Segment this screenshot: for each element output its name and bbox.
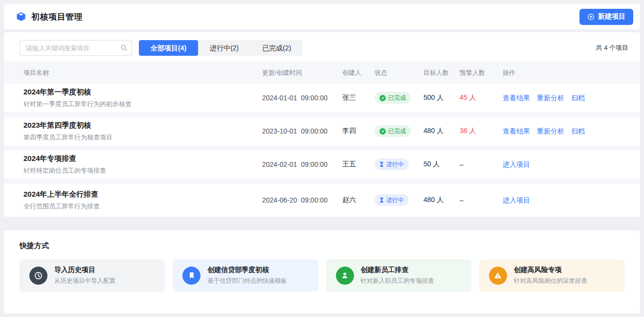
tab-completed[interactable]: 已完成(2)	[250, 40, 303, 56]
enter-project-link[interactable]: 进入项目	[503, 196, 530, 204]
status-label: 已完成	[388, 127, 406, 136]
actions-cell: 查看结果重新分析归档	[503, 93, 628, 103]
view-results-link[interactable]: 查看结果	[503, 127, 530, 135]
tab-in-progress[interactable]: 进行中(2)	[198, 40, 250, 56]
target-count: 480 人	[423, 196, 460, 204]
col-project-name: 项目名称	[23, 68, 262, 77]
project-name-cell: 2024年上半年全行排查 全行范围员工异常行为排查	[23, 190, 262, 211]
project-creator: 赵六	[342, 196, 375, 204]
project-desc: 第四季度员工异常行为核查项目	[23, 133, 262, 142]
search-box	[20, 40, 132, 56]
hourglass-icon	[379, 161, 384, 167]
enter-project-link[interactable]: 进入项目	[503, 160, 530, 168]
search-icon	[120, 44, 128, 53]
page: 初核项目管理 新建项目	[0, 0, 644, 317]
shortcut-title: 导入历史项目	[54, 266, 115, 274]
status-cell: 已完成	[375, 92, 423, 104]
project-time: 2024-06-20 09:00:00	[262, 196, 342, 204]
shortcut-text: 导入历史项目 从历史项目中导入配置	[54, 266, 115, 285]
project-creator: 李四	[342, 127, 375, 136]
shortcut-title: 创建新员工排查	[361, 266, 434, 274]
table-header-row: 项目名称 更新/创建时间 创建人 状态 目标人数 预警人数 操作	[4, 62, 640, 84]
project-name: 2024年上半年全行排查	[23, 190, 262, 199]
col-actions: 操作	[503, 68, 628, 77]
shortcuts-grid: 导入历史项目 从历史项目中导入配置 创建信贷部季度初核 基于信贷部门特点的快速模…	[20, 259, 624, 292]
shortcut-credit-dept-review[interactable]: 创建信贷部季度初核 基于信贷部门特点的快速模板	[173, 259, 318, 292]
person-icon	[336, 267, 354, 285]
clock-icon	[29, 267, 47, 285]
actions-cell: 进入项目	[503, 160, 628, 169]
col-time: 更新/创建时间	[262, 68, 342, 77]
warning-count: –	[460, 160, 503, 168]
status-cell: 已完成	[375, 125, 423, 137]
shortcut-desc: 针对高风险岗位的深度排查	[514, 277, 587, 285]
archive-link[interactable]: 归档	[571, 94, 585, 102]
status-label: 进行中	[386, 196, 404, 204]
status-badge: 进行中	[375, 158, 409, 170]
view-results-link[interactable]: 查看结果	[503, 94, 530, 102]
table-row: 2024年上半年全行排查 全行范围员工异常行为排查 2024-06-20 09:…	[4, 183, 640, 217]
total-count-text: 共 4 个项目	[596, 44, 628, 52]
actions-cell: 查看结果重新分析归档	[503, 127, 628, 136]
shortcut-title: 创建信贷部季度初核	[207, 266, 287, 274]
shortcut-desc: 从历史项目中导入配置	[54, 277, 115, 285]
filter-tabs: 全部项目(4) 进行中(2) 已完成(2)	[139, 40, 303, 56]
shortcuts-title: 快捷方式	[20, 241, 624, 250]
archive-link[interactable]: 归档	[571, 127, 585, 135]
col-creator: 创建人	[342, 68, 375, 77]
project-list-card: 全部项目(4) 进行中(2) 已完成(2) 共 4 个项目 项目名称 更新/创建…	[4, 32, 640, 217]
table-row: 2024年第一季度初核 针对第一季度员工异常行为的初步核查 2024-01-01…	[4, 84, 640, 117]
bookmark-icon	[182, 267, 200, 285]
project-creator: 张三	[342, 93, 375, 102]
shortcut-text: 创建信贷部季度初核 基于信贷部门特点的快速模板	[207, 266, 287, 285]
warning-count: –	[460, 196, 503, 204]
top-header-bar: 初核项目管理 新建项目	[4, 4, 640, 29]
table-row: 2024年专项排查 针对特定岗位员工的专项排查 2024-02-01 09:00…	[4, 150, 640, 183]
target-count: 50 人	[423, 160, 460, 169]
project-desc: 全行范围员工异常行为排查	[23, 202, 262, 211]
shortcut-new-employee-screening[interactable]: 创建新员工排查 针对新入职员工的专项排查	[326, 259, 471, 292]
new-project-button[interactable]: 新建项目	[579, 9, 633, 25]
reanalyze-link[interactable]: 重新分析	[537, 127, 564, 135]
project-creator: 王五	[342, 160, 375, 169]
status-label: 进行中	[386, 160, 404, 169]
shortcut-text: 创建新员工排查 针对新入职员工的专项排查	[361, 266, 434, 285]
project-desc: 针对特定岗位员工的专项排查	[23, 166, 262, 175]
toolbar: 全部项目(4) 进行中(2) 已完成(2) 共 4 个项目	[4, 38, 640, 62]
project-name: 2024年第一季度初核	[23, 88, 262, 97]
shortcut-text: 创建高风险专项 针对高风险岗位的深度排查	[514, 266, 587, 285]
warning-icon	[489, 267, 507, 285]
page-title: 初核项目管理	[31, 11, 83, 23]
project-desc: 针对第一季度员工异常行为的初步核查	[23, 100, 262, 109]
shortcut-title: 创建高风险专项	[514, 266, 587, 274]
project-name-cell: 2024年专项排查 针对特定岗位员工的专项排查	[23, 154, 262, 175]
actions-cell: 进入项目	[503, 196, 628, 205]
shortcut-import-history[interactable]: 导入历史项目 从历史项目中导入配置	[20, 259, 165, 292]
reanalyze-link[interactable]: 重新分析	[537, 94, 564, 102]
status-cell: 进行中	[375, 158, 423, 170]
tab-all-projects[interactable]: 全部项目(4)	[139, 40, 198, 56]
status-badge: 已完成	[375, 125, 411, 137]
check-icon	[379, 95, 386, 101]
plus-circle-icon	[587, 13, 595, 21]
search-input[interactable]	[20, 40, 132, 56]
warning-count: 45 人	[460, 93, 503, 102]
project-time: 2024-02-01 09:00:00	[262, 160, 342, 168]
check-icon	[379, 128, 386, 135]
shortcut-high-risk-special[interactable]: 创建高风险专项 针对高风险岗位的深度排查	[479, 259, 624, 292]
table-body: 2024年第一季度初核 针对第一季度员工异常行为的初步核查 2024-01-01…	[4, 84, 640, 217]
shortcut-desc: 基于信贷部门特点的快速模板	[207, 277, 287, 285]
hourglass-icon	[379, 197, 384, 203]
cube-icon	[16, 11, 26, 22]
status-badge: 已完成	[375, 92, 411, 104]
project-name-cell: 2024年第一季度初核 针对第一季度员工异常行为的初步核查	[23, 88, 262, 109]
col-status: 状态	[375, 68, 423, 77]
project-time: 2024-01-01 09:00:00	[262, 94, 342, 102]
col-target: 目标人数	[423, 68, 460, 77]
warning-count: 38 人	[460, 127, 503, 136]
new-project-label: 新建项目	[598, 12, 625, 21]
target-count: 480 人	[423, 127, 460, 136]
table-row: 2023年第四季度初核 第四季度员工异常行为核查项目 2023-10-01 09…	[4, 117, 640, 150]
project-name-cell: 2023年第四季度初核 第四季度员工异常行为核查项目	[23, 121, 262, 142]
target-count: 500 人	[423, 93, 460, 102]
